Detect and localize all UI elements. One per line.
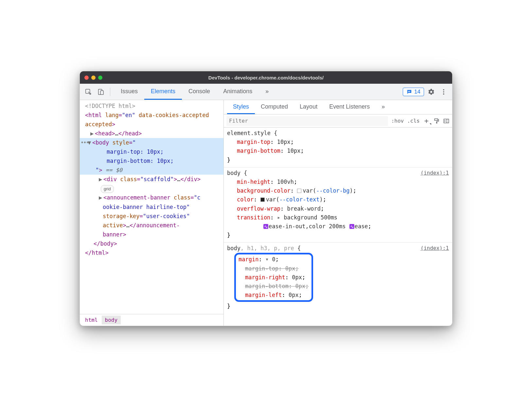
source-link[interactable]: (index):1 bbox=[420, 244, 449, 252]
styles-list: element.style { margin-top: 10px; margin… bbox=[224, 128, 452, 326]
close-window-button[interactable] bbox=[84, 76, 89, 80]
tab-computed[interactable]: Computed bbox=[255, 100, 294, 114]
separator bbox=[110, 88, 110, 96]
tab-animations[interactable]: Animations bbox=[217, 84, 259, 100]
panel-tabs: Issues Elements Console Animations » bbox=[114, 84, 275, 100]
html-open-tag[interactable]: <html lang="en" data-cookies-accepted bbox=[82, 111, 223, 120]
zoom-window-button[interactable] bbox=[98, 76, 102, 80]
sidebar-tabs: Styles Computed Layout Event Listeners » bbox=[224, 100, 452, 114]
content-split: <!DOCTYPE html> <html lang="en" data-coo… bbox=[80, 100, 452, 326]
inspect-icon[interactable] bbox=[83, 87, 94, 97]
div-scaffold-node[interactable]: ▶<div class="scaffold">…</div> bbox=[82, 175, 223, 184]
tab-event-listeners[interactable]: Event Listeners bbox=[323, 100, 376, 114]
paint-brush-icon[interactable] bbox=[433, 118, 440, 124]
more-subtabs-button[interactable]: » bbox=[376, 100, 391, 114]
devtools-window: DevTools - developer.chrome.com/docs/dev… bbox=[80, 71, 452, 326]
tab-console[interactable]: Console bbox=[182, 84, 217, 100]
settings-icon[interactable] bbox=[426, 87, 436, 97]
grid-badge[interactable]: grid bbox=[101, 185, 114, 193]
new-style-rule-button[interactable]: + bbox=[423, 117, 430, 125]
breadcrumb-html[interactable]: html bbox=[82, 316, 101, 324]
rule-element-style[interactable]: element.style { margin-top: 10px; margin… bbox=[224, 128, 452, 167]
body-node-selected[interactable]: ••• ▼<body style=" margin-top: 10px; mar… bbox=[80, 138, 223, 175]
body-close-tag[interactable]: </body> bbox=[94, 240, 117, 247]
svg-point-5 bbox=[443, 89, 444, 90]
kebab-menu-icon[interactable] bbox=[438, 87, 449, 97]
head-node[interactable]: ▶<head>…</head> bbox=[82, 129, 223, 138]
html-close-tag[interactable]: </html> bbox=[85, 250, 109, 256]
doctype: <!DOCTYPE html> bbox=[85, 103, 135, 109]
cls-toggle[interactable]: .cls bbox=[407, 118, 420, 124]
svg-point-6 bbox=[443, 91, 444, 93]
window-title: DevTools - developer.chrome.com/docs/dev… bbox=[80, 75, 452, 80]
chat-icon bbox=[406, 89, 412, 95]
tab-layout[interactable]: Layout bbox=[294, 100, 323, 114]
styles-panel: Styles Computed Layout Event Listeners »… bbox=[224, 100, 452, 326]
styles-filter-input[interactable] bbox=[226, 116, 388, 126]
color-swatch-icon[interactable] bbox=[297, 189, 301, 193]
device-toggle-icon[interactable] bbox=[96, 87, 106, 97]
svg-rect-2 bbox=[100, 91, 103, 95]
svg-rect-8 bbox=[436, 122, 437, 123]
main-toolbar: Issues Elements Console Animations » 14 bbox=[80, 84, 452, 100]
bezier-icon[interactable] bbox=[349, 224, 354, 229]
svg-rect-4 bbox=[408, 92, 410, 92]
rule-body-reset[interactable]: (index):1 body, h1, h3, p, pre { margin:… bbox=[224, 243, 452, 313]
svg-rect-9 bbox=[444, 119, 449, 123]
tab-issues[interactable]: Issues bbox=[114, 84, 144, 100]
titlebar: DevTools - developer.chrome.com/docs/dev… bbox=[80, 71, 452, 84]
tab-styles[interactable]: Styles bbox=[227, 100, 255, 114]
highlighted-margin-box: margin: ▼ 0; margin-top: 0px; margin-rig… bbox=[234, 253, 313, 302]
hov-toggle[interactable]: :hov bbox=[391, 118, 404, 124]
svg-rect-3 bbox=[408, 91, 411, 91]
source-link[interactable]: (index):1 bbox=[420, 169, 449, 177]
window-controls bbox=[84, 76, 102, 80]
breadcrumb: html body bbox=[80, 314, 223, 326]
styles-filter-bar: :hov .cls + bbox=[224, 114, 452, 128]
bezier-icon[interactable] bbox=[263, 224, 268, 229]
rule-body[interactable]: (index):1 body { min-height: 100vh; back… bbox=[224, 167, 452, 243]
toggle-sidebar-icon[interactable] bbox=[443, 118, 450, 124]
more-tabs-button[interactable]: » bbox=[259, 84, 275, 100]
breadcrumb-body[interactable]: body bbox=[102, 316, 121, 324]
minimize-window-button[interactable] bbox=[91, 76, 96, 80]
svg-point-7 bbox=[443, 93, 444, 95]
issues-count-text: 14 bbox=[414, 89, 420, 95]
tab-elements[interactable]: Elements bbox=[144, 84, 182, 100]
elements-panel: <!DOCTYPE html> <html lang="en" data-coo… bbox=[80, 100, 224, 326]
issues-badge[interactable]: 14 bbox=[403, 88, 424, 96]
dom-tree[interactable]: <!DOCTYPE html> <html lang="en" data-coo… bbox=[80, 100, 223, 314]
announcement-banner-node[interactable]: ▶<announcement-banner class="c bbox=[82, 193, 223, 202]
color-swatch-icon[interactable] bbox=[260, 198, 265, 202]
